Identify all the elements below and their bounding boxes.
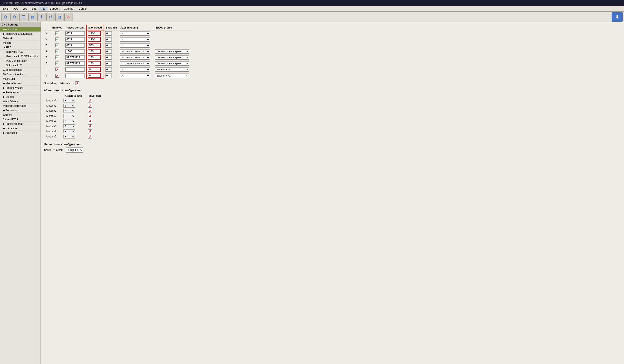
motor-7-inversion[interactable]: [86, 134, 104, 139]
axis-b-ppu[interactable]: [64, 54, 86, 60]
menu-cutchart[interactable]: Cutchart: [62, 7, 76, 11]
axis-b-backlash-input[interactable]: [105, 55, 112, 60]
motor-1-inversion[interactable]: [86, 103, 104, 108]
axis-a-speedprofile[interactable]: Constant surface speedSlave of XYZ: [154, 49, 191, 54]
axis-z-backlash[interactable]: [104, 42, 119, 49]
sidebar-item-5axes[interactable]: 5 axes RTCP: [0, 117, 41, 122]
axis-v-speedprofile-select[interactable]: Constant surface speedSlave of XYZ: [155, 74, 189, 78]
axis-b-speedprofile[interactable]: Constant surface speedSlave of XYZ: [154, 54, 191, 60]
scan-checkbox[interactable]: [75, 81, 79, 85]
menu-info[interactable]: Info: [39, 7, 48, 11]
axis-u-ppu[interactable]: [64, 66, 86, 73]
sidebar-item-inputs-outputs[interactable]: ▶ Inputs/Outputs/Sensors: [0, 32, 41, 36]
axis-a-maxspeed-input[interactable]: [88, 49, 101, 54]
axis-b-speedprofile-select[interactable]: Constant surface speedSlave of XYZ: [155, 55, 189, 60]
axis-a-backlash-input[interactable]: [105, 49, 112, 53]
menu-stat[interactable]: Stat: [29, 7, 39, 11]
axis-y-backlash-input[interactable]: [105, 37, 112, 42]
sidebar-item-network[interactable]: Network: [0, 36, 41, 41]
axis-u-mapping-select[interactable]: XYZ: [120, 67, 150, 72]
axis-v-mapping[interactable]: XYZ: [119, 73, 151, 79]
axis-x-maxspeed[interactable]: [86, 30, 104, 36]
axis-z-mapping-select[interactable]: XYZ: [120, 43, 150, 48]
axis-y-backlash[interactable]: [104, 36, 119, 42]
toolbar-stat-button[interactable]: ▦: [28, 13, 36, 21]
sidebar-item-hardware-plc[interactable]: Hardware PLC: [0, 50, 41, 54]
axis-z-ppu-input[interactable]: [65, 43, 85, 48]
axis-a-ppu[interactable]: [64, 49, 86, 54]
axis-v-enabled[interactable]: [51, 73, 64, 79]
axis-b-backlash[interactable]: [104, 54, 119, 60]
axis-v-maxspeed-input[interactable]: [88, 73, 101, 78]
axis-c-mapping-select[interactable]: XYZA1 - rotation around XB1 - rotation a…: [120, 61, 150, 66]
axis-c-backlash[interactable]: [104, 60, 119, 66]
sidebar-item-plc-config[interactable]: PLC Configuration: [0, 59, 41, 63]
sidebar-item-screen[interactable]: ▶ Screen: [0, 95, 41, 99]
motor-2-inversion[interactable]: [86, 108, 104, 113]
sidebar-item-gcodes[interactable]: G-codes settings: [0, 68, 41, 72]
axis-a-backlash[interactable]: [104, 49, 119, 54]
sidebar-item-preferences[interactable]: ▶ Preferences: [0, 90, 41, 95]
axis-c-enabled[interactable]: [51, 60, 64, 66]
sidebar-item-software-plc[interactable]: Software PLC: [0, 63, 41, 68]
axis-b-maxspeed[interactable]: [86, 54, 104, 60]
motor-0-axis-select[interactable]: XYZ: [63, 99, 75, 103]
sidebar-item-work-offsets[interactable]: Work Offsets: [0, 99, 41, 104]
axis-v-maxspeed[interactable]: [86, 73, 104, 79]
axis-v-backlash[interactable]: [104, 73, 119, 79]
axis-v-backlash-input[interactable]: [105, 74, 112, 78]
axis-a-enabled[interactable]: [51, 49, 64, 54]
sidebar-item-hardware-plc-xml[interactable]: Hardware PLC: XML configs: [0, 54, 41, 59]
axis-y-mapping[interactable]: XYZ: [119, 36, 154, 42]
axis-v-speedprofile[interactable]: Constant surface speedSlave of XYZ: [154, 73, 191, 79]
axis-v-ppu[interactable]: [64, 73, 86, 79]
axis-x-ppu[interactable]: [64, 30, 86, 36]
motor-5-axis-select[interactable]: XYZ: [63, 124, 75, 128]
axis-b-mapping-select[interactable]: XYZA1 - rotation around XB1 - rotation a…: [120, 55, 150, 60]
download-button[interactable]: ⬇: [612, 12, 623, 22]
axis-u-backlash[interactable]: [104, 66, 119, 73]
toolbar-plc-button[interactable]: ⚙: [10, 13, 18, 21]
axis-c-maxspeed[interactable]: [86, 60, 104, 66]
close-button[interactable]: ×: [621, 1, 622, 5]
axis-c-ppu-input[interactable]: [65, 61, 85, 66]
sidebar-item-technology[interactable]: ▶ Technology: [0, 108, 41, 113]
motor-4-axis-select[interactable]: XYZ: [63, 119, 75, 123]
axis-u-speedprofile[interactable]: Constant surface speedSlave of XYZ: [154, 66, 191, 73]
axis-y-maxspeed-input[interactable]: [88, 37, 101, 42]
toolbar-log-button[interactable]: ☰: [19, 13, 27, 21]
motor-7-axis-select[interactable]: XYZ: [63, 135, 75, 138]
axis-c-speedprofile[interactable]: Constant surface speedSlave of XYZ: [154, 60, 191, 66]
motor-1-axis[interactable]: XYZ: [61, 103, 86, 108]
axis-c-maxspeed-input[interactable]: [88, 61, 101, 66]
toolbar-config-button[interactable]: ✕: [64, 13, 73, 21]
motor-3-axis[interactable]: XYZ: [61, 113, 86, 119]
toolbar-support-button[interactable]: ↺: [46, 13, 54, 21]
axis-c-mapping[interactable]: XYZA1 - rotation around XB1 - rotation a…: [119, 60, 151, 66]
sidebar-item-plc[interactable]: ▼ PLC: [0, 45, 41, 50]
axis-a-speedprofile-select[interactable]: Constant surface speedSlave of XYZ: [155, 49, 189, 53]
sidebar-item-dxf[interactable]: DXF import settings: [0, 72, 41, 77]
axis-z-backlash-input[interactable]: [105, 43, 112, 48]
sidebar-item-parking[interactable]: Parking Coordinates: [0, 104, 41, 108]
axis-c-speedprofile-select[interactable]: Constant surface speedSlave of XYZ: [155, 61, 189, 66]
menu-support[interactable]: Support: [48, 7, 62, 11]
motor-6-axis-select[interactable]: XYZ: [63, 130, 75, 133]
axis-u-backlash-input[interactable]: [105, 67, 112, 72]
motor-3-axis-select[interactable]: XYZ: [63, 114, 75, 118]
axis-u-maxspeed-input[interactable]: [88, 67, 101, 72]
axis-u-enabled[interactable]: [51, 66, 64, 73]
sidebar-item-advanced[interactable]: ▶ Advanced: [0, 131, 41, 135]
menu-plc[interactable]: PLC: [11, 7, 20, 11]
motor-4-inversion[interactable]: [86, 119, 104, 124]
servo-on-output-select[interactable]: Output 0 Output 1 Output 2 Output 3 Outp…: [66, 148, 83, 153]
axis-y-enabled[interactable]: [51, 36, 64, 42]
axis-y-ppu-input[interactable]: [65, 37, 85, 42]
menu-config[interactable]: Config: [77, 7, 89, 11]
sidebar-item-motion[interactable]: Motion: [0, 41, 41, 45]
axis-y-mapping-select[interactable]: XYZ: [120, 37, 150, 42]
axis-z-ppu[interactable]: [64, 42, 86, 49]
motor-6-inversion[interactable]: [86, 129, 104, 134]
sidebar-item-hardware[interactable]: ▶ Hardware: [0, 126, 41, 131]
motor-6-axis[interactable]: XYZ: [61, 129, 86, 134]
